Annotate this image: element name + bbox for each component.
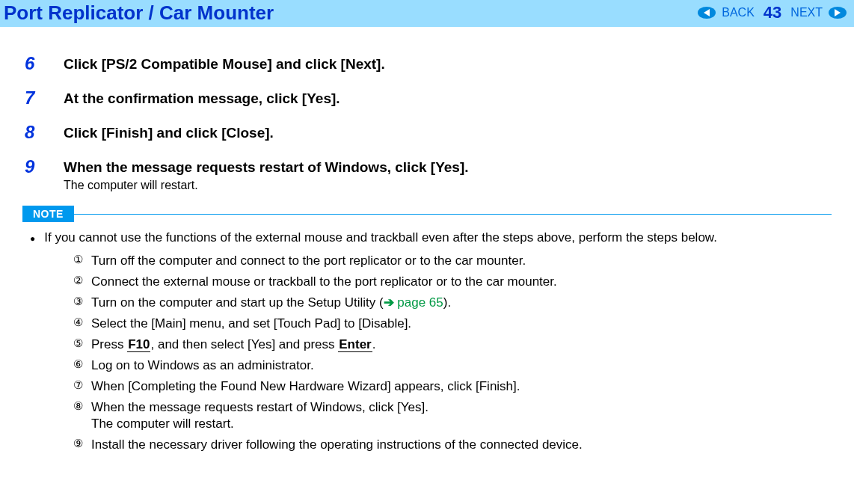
note-divider: [74, 214, 832, 215]
sub-item-4: ④ Select the [Main] menu, and set [Touch…: [73, 316, 832, 333]
sub5-pre: Press: [91, 337, 127, 351]
header-bar: Port Replicator / Car Mounter BACK 43 NE…: [0, 0, 854, 27]
sub-item-7: ⑦ When [Completing the Found New Hardwar…: [73, 378, 832, 396]
step-number: 7: [22, 87, 64, 108]
bullet-text: If you cannot use the functions of the e…: [44, 230, 717, 247]
sub-item-9: ⑨ Install the necessary driver following…: [73, 437, 832, 454]
sub8b: The computer will restart.: [91, 417, 234, 431]
step-7: 7 At the confirmation message, click [Ye…: [22, 87, 832, 108]
sub-text-5: Press F10, and then select [Yes] and pre…: [91, 336, 375, 354]
step-label: Click [Finish] and click [Close].: [64, 122, 274, 141]
sub-num-9: ⑨: [73, 437, 91, 450]
sub5-post: .: [372, 337, 376, 351]
sub-text-7: When [Completing the Found New Hardware …: [91, 378, 520, 396]
sub-num-2: ②: [73, 274, 91, 287]
step-9: 9 When the message requests restart of W…: [22, 156, 832, 192]
sub-num-4: ④: [73, 316, 91, 329]
sub-list: ① Turn off the computer and connect to t…: [73, 253, 832, 454]
sub-num-7: ⑦: [73, 378, 91, 392]
step-label: At the confirmation message, click [Yes]…: [64, 87, 340, 107]
sub-text-1: Turn off the computer and connect to the…: [91, 253, 526, 270]
page-link[interactable]: page 65: [394, 295, 443, 310]
bullet-item: ● If you cannot use the functions of the…: [30, 230, 832, 247]
note-badge: NOTE: [22, 206, 74, 222]
sub-text-3: Turn on the computer and start up the Se…: [91, 295, 451, 312]
sub-num-3: ③: [73, 295, 91, 308]
sub5-mid: , and then select [Yes] and press: [150, 337, 338, 351]
sub-item-2: ② Connect the external mouse or trackbal…: [73, 274, 832, 291]
content-area: 6 Click [PS/2 Compatible Mouse] and clic…: [0, 27, 854, 454]
sub-item-3: ③ Turn on the computer and start up the …: [73, 295, 832, 312]
key-enter: Enter: [338, 337, 372, 352]
step-number: 6: [22, 53, 64, 74]
note-content: ● If you cannot use the functions of the…: [30, 230, 832, 454]
sub-text-6: Log on to Windows as an administrator.: [91, 357, 314, 375]
page-title: Port Replicator / Car Mounter: [4, 1, 274, 25]
note-header: NOTE: [22, 206, 832, 222]
sub3-post: ).: [443, 295, 451, 310]
sub8a: When the message requests restart of Win…: [91, 400, 428, 414]
sub-item-8: ⑧ When the message requests restart of W…: [73, 399, 832, 434]
sub-text-9: Install the necessary driver following t…: [91, 437, 583, 454]
sub-item-1: ① Turn off the computer and connect to t…: [73, 253, 832, 270]
sub-text-8: When the message requests restart of Win…: [91, 399, 428, 434]
link-arrow-icon: ➔: [384, 295, 394, 310]
back-button[interactable]: BACK: [722, 6, 755, 19]
sub-num-1: ①: [73, 253, 91, 266]
back-arrow-icon[interactable]: [698, 7, 716, 19]
nav-controls: BACK 43 NEXT: [698, 3, 847, 22]
sub-num-5: ⑤: [73, 336, 91, 350]
sub-text-4: Select the [Main] menu, and set [Touch P…: [91, 316, 411, 333]
key-f10: F10: [127, 337, 150, 352]
next-arrow-icon[interactable]: [829, 7, 847, 19]
sub-item-5: ⑤ Press F10, and then select [Yes] and p…: [73, 336, 832, 354]
sub-num-8: ⑧: [73, 399, 91, 413]
sub-num-6: ⑥: [73, 357, 91, 371]
step-6: 6 Click [PS/2 Compatible Mouse] and clic…: [22, 53, 832, 74]
bullet-icon: ●: [30, 233, 35, 244]
step-label: When the message requests restart of Win…: [64, 156, 469, 176]
sub-item-6: ⑥ Log on to Windows as an administrator.: [73, 357, 832, 375]
step-number: 9: [22, 156, 64, 177]
sub3-pre: Turn on the computer and start up the Se…: [91, 295, 384, 310]
next-button[interactable]: NEXT: [790, 6, 823, 19]
sub-text-2: Connect the external mouse or trackball …: [91, 274, 557, 291]
step-subtext: The computer will restart.: [64, 179, 469, 192]
step-label: Click [PS/2 Compatible Mouse] and click …: [64, 53, 385, 73]
step-8: 8 Click [Finish] and click [Close].: [22, 122, 832, 143]
step-number: 8: [22, 122, 64, 143]
page-number: 43: [764, 3, 781, 22]
